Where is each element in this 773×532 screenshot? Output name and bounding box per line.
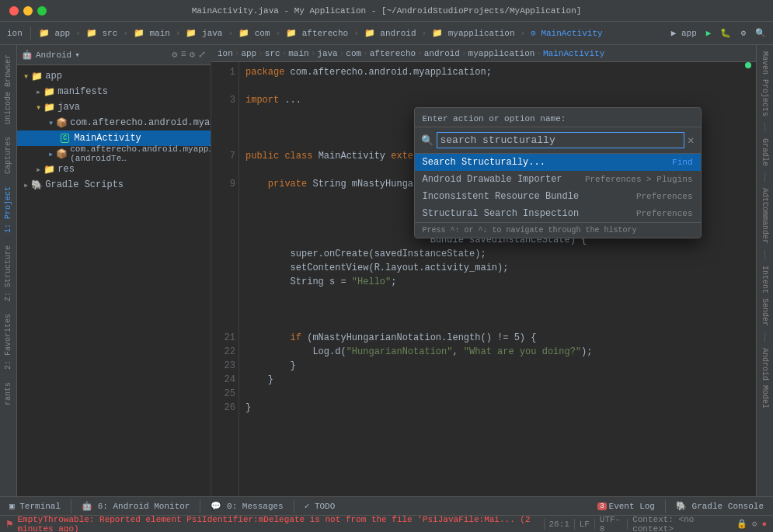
toolbar-java[interactable]: 📁 java — [182, 26, 226, 40]
dialog-header: Enter action or option name: — [415, 108, 701, 127]
tab-gradle-console[interactable]: 🐘 Gradle Console — [670, 499, 770, 513]
breadcrumb-android[interactable]: android — [424, 49, 460, 58]
dialog-search-row[interactable]: 🔍 ✕ — [415, 127, 701, 154]
left-tab-rants[interactable]: rants — [2, 379, 14, 409]
action-search-input[interactable] — [437, 132, 685, 148]
toolbar-debug-button[interactable]: 🐛 — [716, 26, 735, 40]
toolbar-run-config[interactable]: ▶ app — [667, 26, 701, 40]
toolbar-main[interactable]: 📁 main — [130, 26, 174, 40]
tree-item-res[interactable]: ▸ 📁 res — [17, 162, 211, 177]
tab-android-monitor[interactable]: 🤖 6: Android Monitor — [75, 499, 196, 513]
breadcrumb-mainactivity[interactable]: MainActivity — [543, 49, 604, 58]
toolbar-nav-ion[interactable]: ion — [3, 27, 26, 40]
separator — [200, 499, 200, 513]
separator — [544, 519, 545, 530]
action-dialog: Enter action or option name: 🔍 ✕ Search … — [414, 107, 702, 238]
toolbar-src[interactable]: 📁 src — [82, 26, 121, 40]
toolbar-myapplication[interactable]: 📁 myapplication — [428, 26, 518, 40]
tree-item-manifests[interactable]: ▸ 📁 manifests — [17, 84, 211, 99]
left-tab-structure[interactable]: Z: Structure — [2, 242, 14, 304]
tree-item-pkg-main[interactable]: ▾ 📦 com.afterecho.android.myapplication — [17, 115, 211, 130]
separator — [627, 519, 628, 530]
dialog-header-text: Enter action or option name: — [423, 114, 566, 123]
right-tab-gradle[interactable]: Gradle — [759, 135, 771, 169]
breadcrumb: ion › app › src › main › java › com › af… — [211, 45, 756, 62]
toolbar-settings[interactable]: ⚙ — [736, 26, 750, 40]
tree-item-mainactivity[interactable]: C MainActivity — [17, 130, 211, 146]
breadcrumb-app[interactable]: app — [241, 49, 256, 58]
panel-gear-icon[interactable]: ⚙ — [190, 49, 195, 61]
close-button[interactable] — [9, 6, 19, 16]
toolbar-android[interactable]: 📁 android — [360, 26, 420, 40]
tab-messages[interactable]: 💬 0: Messages — [204, 499, 289, 513]
breadcrumb-main[interactable]: main — [288, 49, 308, 58]
breadcrumb-myapplication[interactable]: myapplication — [468, 49, 535, 58]
panel-sync-icon[interactable]: ⚙ — [172, 49, 177, 61]
result-item-resource-bundle[interactable]: Inconsistent Resource Bundle Preferences — [415, 188, 701, 205]
dialog-hint: Press ^↑ or ^↓ to navigate through the h… — [415, 222, 701, 238]
tree-item-java[interactable]: ▾ 📁 java — [17, 99, 211, 115]
breadcrumb-afterecho[interactable]: afterecho — [370, 49, 416, 58]
right-tab-adt[interactable]: AdtCommander — [759, 185, 771, 247]
tree-item-label: app — [45, 71, 62, 82]
right-tab-intent[interactable]: Intent Sender — [759, 263, 771, 329]
panel-actions[interactable]: ⚙ ≡ ⚙ ⤢ — [172, 49, 206, 61]
pkg-expand-icon: ▾ — [48, 117, 54, 129]
project-panel-header: 🤖 Android ▾ ⚙ ≡ ⚙ ⤢ — [17, 45, 211, 65]
tab-todo[interactable]: ✓ TODO — [298, 499, 342, 513]
folder-icon: 📁 — [31, 71, 43, 82]
toolbar-afterecho[interactable]: 📁 afterecho — [282, 26, 352, 40]
result-item-structural-inspection[interactable]: Structural Search Inspection Preferences — [415, 205, 701, 222]
panel-expand-icon[interactable]: ⤢ — [198, 49, 206, 61]
settings-icon[interactable]: ⚙ — [752, 519, 757, 529]
tree-item-pkg-test[interactable]: ▸ 📦 com.afterecho.android.myapplication … — [17, 146, 211, 162]
separator — [764, 332, 765, 342]
panel-filter-icon[interactable]: ≡ — [181, 49, 186, 61]
result-shortcut: Preferences — [636, 192, 693, 201]
dialog-results: Search Structurally... Find Android Draw… — [415, 154, 701, 222]
left-tab-unicode-browser[interactable]: Unicode Browser — [2, 51, 14, 127]
breadcrumb-ion[interactable]: ion — [218, 49, 233, 58]
left-tab-favorites[interactable]: 2: Favorites — [2, 311, 14, 373]
tree-item-app[interactable]: ▾ 📁 app — [17, 68, 211, 84]
dropdown-icon[interactable]: ▾ — [75, 50, 80, 60]
right-tab-android-model[interactable]: Android Model — [759, 345, 771, 412]
window-controls[interactable] — [9, 6, 47, 16]
main-layout: Unicode Browser Captures 1: Project Z: S… — [0, 45, 773, 496]
tree-item-gradle-scripts[interactable]: ▸ 🐘 Gradle Scripts — [17, 177, 211, 193]
maximize-button[interactable] — [37, 6, 47, 16]
toolbar-run-button[interactable]: ▶ — [702, 26, 716, 40]
toolbar-com[interactable]: 📁 com — [235, 26, 273, 40]
result-shortcut: Preferences — [636, 209, 693, 218]
result-item-search-structurally[interactable]: Search Structurally... Find — [415, 154, 701, 171]
left-tab-project[interactable]: 1: Project — [2, 183, 14, 236]
toolbar-search[interactable]: 🔍 — [751, 26, 770, 40]
result-item-drawable-importer[interactable]: Android Drawable Importer Preferences > … — [415, 171, 701, 188]
tree-item-label: com.afterecho.android.myapplication (and… — [70, 144, 211, 163]
minimize-button[interactable] — [23, 6, 33, 16]
tab-terminal[interactable]: ▣ Terminal — [3, 499, 67, 513]
separator — [294, 499, 294, 513]
lock-icon: 🔒 — [736, 519, 747, 529]
breadcrumb-java[interactable]: java — [317, 49, 337, 58]
error-icon: ⚑ — [6, 517, 12, 530]
android-icon: 🤖 — [22, 50, 33, 60]
scroll-indicator — [745, 62, 751, 68]
breadcrumb-com[interactable]: com — [346, 49, 361, 58]
separator — [574, 519, 575, 530]
folder-expand-icon: ▾ — [36, 102, 41, 113]
left-tab-captures[interactable]: Captures — [2, 134, 14, 177]
tab-event-log[interactable]: 3 Event Log — [591, 500, 661, 513]
clear-icon[interactable]: ✕ — [688, 134, 694, 147]
folder-expand-icon: ▸ — [36, 164, 41, 176]
right-tab-maven[interactable]: Maven Projects — [759, 48, 771, 120]
status-error-text: EmptyThrowable: Reported element PsiIden… — [17, 515, 534, 533]
separator — [71, 499, 71, 513]
project-panel: 🤖 Android ▾ ⚙ ≡ ⚙ ⤢ ▾ 📁 app ▸ 📁 manifest… — [17, 45, 211, 496]
separator — [764, 250, 765, 259]
toolbar-app[interactable]: 📁 app — [35, 26, 74, 40]
left-tab-strip: Unicode Browser Captures 1: Project Z: S… — [0, 45, 17, 496]
breadcrumb-src[interactable]: src — [265, 49, 280, 58]
cursor-position: 26:1 — [548, 520, 569, 529]
toolbar-mainactivity[interactable]: ⊙ MainActivity — [527, 26, 606, 40]
